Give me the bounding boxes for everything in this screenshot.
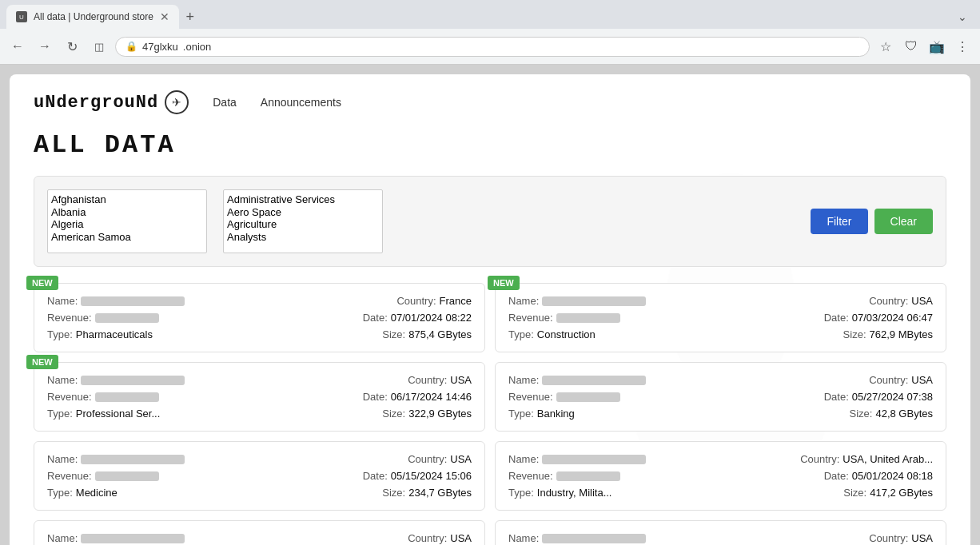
card-type-field: Type: Pharmaceuticals [47,328,153,340]
date-label: Date: [363,391,388,403]
date-label: Date: [824,470,849,482]
country-label: Country: [869,532,908,544]
name-label: Name: [508,295,539,307]
bookmark-button[interactable]: ☆ [874,35,897,58]
date-label: Date: [824,391,849,403]
nav-announcements-link[interactable]: Announcements [261,96,341,109]
industry-option-analysts[interactable]: Analysts [227,231,379,244]
country-value: USA, United Arab... [843,453,933,465]
name-label: Name: [47,532,78,544]
card-date-field: Date: 05/15/2024 15:06 [363,470,472,482]
card-country-field: Country: USA [408,374,472,386]
country-value: France [440,295,472,307]
date-value: 05/01/2024 08:18 [852,470,933,482]
size-value: 234,7 GBytes [408,487,472,499]
card-size-field: Size: 322,9 GBytes [382,408,472,420]
date-value: 05/15/2024 15:06 [391,470,472,482]
country-option-american-samoa[interactable]: American Samoa [51,231,203,244]
url-left: 47glxku [142,41,178,53]
card-0[interactable]: NEW Name: Country: France Revenue: Date:… [34,283,485,352]
active-tab[interactable]: U All data | Underground store ✕ [6,5,179,29]
country-label: Country: [408,453,447,465]
type-value: Medicine [76,487,118,499]
country-value: USA [911,532,933,544]
country-value: USA [911,295,933,307]
type-label: Type: [508,328,534,340]
size-label: Size: [382,408,405,420]
type-value: Industry, Milita... [537,487,612,499]
card-5[interactable]: Name: Country: USA, United Arab... Reven… [495,441,946,511]
card-row-type-size: Type: Professional Ser... Size: 322,9 GB… [47,408,472,420]
date-label: Date: [363,470,388,482]
name-label: Name: [47,295,78,307]
card-type-field: Type: Construction [508,328,596,340]
new-tab-button[interactable]: + [179,6,201,28]
tab-favicon: U [16,11,27,22]
revenue-value [556,392,620,402]
refresh-button[interactable]: ↻ [61,35,83,58]
card-row-revenue-date: Revenue: Date: 05/15/2024 15:06 [47,470,472,482]
shield-button[interactable]: 🛡 [900,35,922,58]
revenue-value [95,392,159,402]
country-option-algeria[interactable]: Algeria [51,218,203,231]
card-row-revenue-date: Revenue: Date: 07/01/2024 08:22 [47,312,472,324]
menu-button[interactable]: ⋮ [951,35,974,58]
browser-chrome: U All data | Underground store ✕ + ⌄ ← →… [0,0,980,65]
card-revenue-field: Revenue: [508,312,620,324]
card-6[interactable]: Name: Country: USA Revenue: Date: 04/09/… [34,520,485,545]
industry-option-aerospace[interactable]: Aero Space [227,206,379,219]
card-name-field: Name: [508,295,646,307]
card-country-field: Country: USA [408,532,472,544]
revenue-value [95,471,159,481]
country-option-afghanistan[interactable]: Afghanistan [51,193,203,206]
revenue-label: Revenue: [508,391,553,403]
card-size-field: Size: 762,9 MBytes [843,328,933,340]
industry-option-admin[interactable]: Administrative Services [227,193,379,206]
card-type-field: Type: Professional Ser... [47,408,160,420]
industry-option-agriculture[interactable]: Agriculture [227,218,379,231]
name-label: Name: [508,374,539,386]
extensions-button[interactable]: ◫ [88,35,110,58]
card-7[interactable]: Name: Country: USA Revenue: Date: 04/09/… [495,520,946,545]
clear-button[interactable]: Clear [874,209,933,234]
back-button[interactable]: ← [6,35,29,58]
revenue-value [556,313,620,323]
card-1[interactable]: NEW Name: Country: USA Revenue: Date: 07… [495,283,946,352]
lock-icon: 🔒 [125,41,137,52]
filter-button[interactable]: Filter [811,209,867,234]
country-option-albania[interactable]: Albania [51,206,203,219]
card-row-revenue-date: Revenue: Date: 05/27/2024 07:38 [508,391,933,403]
country-filter[interactable]: Afghanistan Albania Algeria American Sam… [47,189,207,253]
address-bar[interactable]: 🔒 47glxku .onion [115,37,870,57]
date-value: 05/27/2024 07:38 [852,391,933,403]
forward-button[interactable]: → [34,35,56,58]
date-value: 07/01/2024 08:22 [391,312,472,324]
new-badge: NEW [26,276,58,290]
name-label: Name: [47,453,78,465]
name-value [542,534,646,543]
nav-data-link[interactable]: Data [213,96,237,109]
country-label: Country: [869,295,908,307]
tab-overflow-button[interactable]: ⌄ [958,10,974,23]
card-name-field: Name: [508,453,646,465]
browser-tabs: U All data | Underground store ✕ + ⌄ [0,0,980,29]
card-3[interactable]: Name: Country: USA Revenue: Date: 05/27/… [495,362,946,432]
page-container: Thor...firewall.com uNdergrouNd ✈ Data A… [10,74,970,545]
card-date-field: Date: 07/01/2024 08:22 [363,312,472,324]
type-label: Type: [47,408,73,420]
industry-filter[interactable]: Administrative Services Aero Space Agric… [223,189,383,253]
cast-button[interactable]: 📺 [926,35,948,58]
card-4[interactable]: Name: Country: USA Revenue: Date: 05/15/… [34,441,485,511]
card-country-field: Country: USA [869,374,933,386]
card-row-name-country: Name: Country: France [47,295,472,307]
toolbar-actions: ☆ 🛡 📺 ⋮ [874,35,974,58]
tab-close-button[interactable]: ✕ [160,10,169,23]
country-label: Country: [396,295,436,307]
browser-toolbar: ← → ↻ ◫ 🔒 47glxku .onion ☆ 🛡 📺 ⋮ [0,29,980,64]
type-value: Construction [537,328,596,340]
revenue-label: Revenue: [47,391,92,403]
size-value: 875,4 GBytes [408,328,472,340]
card-2[interactable]: NEW Name: Country: USA Revenue: Date: 06… [34,362,485,432]
card-type-field: Type: Industry, Milita... [508,487,612,499]
card-date-field: Date: 06/17/2024 14:46 [363,391,472,403]
